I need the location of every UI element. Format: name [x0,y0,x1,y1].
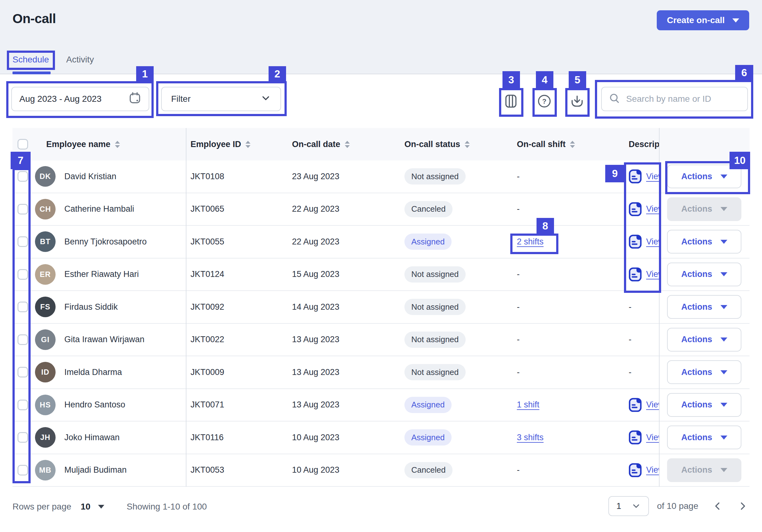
create-on-call-button[interactable]: Create on-call [657,10,749,30]
no-description-dash: - [629,335,632,344]
description-cell: View [625,463,659,477]
sort-icon [115,141,120,148]
actions-button[interactable]: Actions [667,328,741,351]
search-box[interactable] [601,87,748,111]
description-cell: - [625,335,659,344]
actions-button[interactable]: Actions [667,295,741,319]
column-divider [186,128,187,487]
actions-button[interactable]: Actions [667,165,741,188]
actions-button[interactable]: Actions [667,230,741,254]
on-call-date: 14 Aug 2023 [287,302,400,312]
view-description-link[interactable]: View [646,172,659,182]
row-checkbox[interactable] [18,171,28,182]
actions-button[interactable]: Actions [667,360,741,384]
header-employee-id[interactable]: Employee ID [186,140,287,149]
table-row: ID Imelda Dharma JKT0009 13 Aug 2023 Not… [13,356,749,389]
table-row: MB Muljadi Budiman JKT0053 10 Aug 2023 C… [13,454,749,487]
chevron-down-icon [632,501,641,511]
avatar: BT [35,231,55,252]
date-range-value: Aug 2023 - Aug 2023 [19,94,102,104]
employee-id: JKT0071 [186,400,287,410]
table-row: JH Joko Himawan JKT0116 10 Aug 2023 Assi… [13,421,749,454]
columns-toggle-button[interactable] [502,92,520,110]
help-button[interactable]: ? [536,92,553,110]
row-checkbox[interactable] [18,269,28,280]
chevron-down-icon [721,338,727,342]
view-description-link[interactable]: View [646,433,659,442]
header-description[interactable]: Description [625,140,659,149]
employee-id: JKT0009 [186,367,287,377]
create-on-call-label: Create on-call [667,15,724,25]
view-description-link[interactable]: View [646,204,659,214]
actions-button[interactable]: Actions [667,425,741,449]
download-button[interactable] [569,92,586,110]
on-call-table: Employee name Employee ID On-call date O… [13,128,749,487]
view-description-link[interactable]: View [646,465,659,475]
view-description-link[interactable]: View [646,269,659,279]
filter-dropdown[interactable]: Filter [161,87,281,111]
actions-button[interactable]: Actions [667,393,741,417]
shift-count-link[interactable]: 3 shifts [517,433,544,442]
row-checkbox[interactable] [18,335,28,345]
employee-id: JKT0108 [186,172,287,182]
row-checkbox[interactable] [18,465,28,476]
row-checkbox[interactable] [18,204,28,214]
page-total-text: of 10 page [657,501,698,511]
description-cell: - [625,367,659,377]
avatar: ER [35,264,55,285]
employee-name: Catherine Hambali [64,204,134,214]
employee-id: JKT0055 [186,237,287,247]
status-badge: Assigned [405,234,452,250]
header-on-call-date[interactable]: On-call date [287,140,400,149]
status-badge: Not assigned [405,168,466,185]
avatar: DK [35,166,55,187]
on-call-shift-cell: 2 shifts [512,237,625,247]
chevron-down-icon [732,19,739,23]
on-call-page: On-call Create on-call Schedule Activity… [0,0,762,532]
header-on-call-status[interactable]: On-call status [400,140,512,149]
sort-icon [465,141,470,148]
previous-page-button[interactable] [712,500,723,512]
view-description-link[interactable]: View [646,400,659,410]
showing-range-text: Showing 1-10 of 100 [127,502,207,512]
chevron-right-icon [737,500,748,512]
no-shift-dash: - [517,367,520,377]
table-row: DK David Kristian JKT0108 23 Aug 2023 No… [13,161,749,193]
search-input[interactable] [626,94,738,104]
shift-count-link[interactable]: 1 shift [517,400,539,410]
employee-id: JKT0092 [186,302,287,312]
description-document-icon [629,234,642,249]
columns-icon [502,92,520,110]
status-badge: Canceled [405,462,452,478]
rows-per-page-label: Rows per page [13,502,71,512]
shift-count-link[interactable]: 2 shifts [517,237,544,247]
on-call-shift-cell: - [512,204,625,214]
row-checkbox[interactable] [18,432,28,443]
chevron-down-icon [721,272,727,276]
description-cell: View [625,430,659,445]
on-call-date: 22 Aug 2023 [287,204,400,214]
rows-per-page-select[interactable]: 10 [81,502,104,512]
page-number-select[interactable]: 1 [608,496,649,516]
avatar: MB [35,460,55,481]
row-checkbox[interactable] [18,302,28,312]
on-call-shift-cell: - [512,172,625,182]
row-checkbox[interactable] [18,400,28,410]
on-call-shift-cell: - [512,302,625,312]
header-on-call-shift[interactable]: On-call shift [512,140,625,149]
tab-activity[interactable]: Activity [66,52,94,67]
on-call-date: 10 Aug 2023 [287,433,400,442]
employee-id: JKT0022 [186,335,287,344]
actions-button[interactable]: Actions [667,263,741,286]
date-range-picker[interactable]: Aug 2023 - Aug 2023 [11,87,149,111]
row-checkbox[interactable] [18,367,28,377]
header-employee-name[interactable]: Employee name [35,140,186,149]
row-checkbox[interactable] [18,236,28,247]
on-call-date: 10 Aug 2023 [287,465,400,475]
table-row: GI Gita Irawan Wirjawan JKT0022 13 Aug 2… [13,324,749,356]
select-all-checkbox[interactable] [18,139,28,150]
download-icon [569,92,586,110]
tab-schedule[interactable]: Schedule [13,52,49,67]
view-description-link[interactable]: View [646,237,659,247]
next-page-button[interactable] [737,500,748,512]
